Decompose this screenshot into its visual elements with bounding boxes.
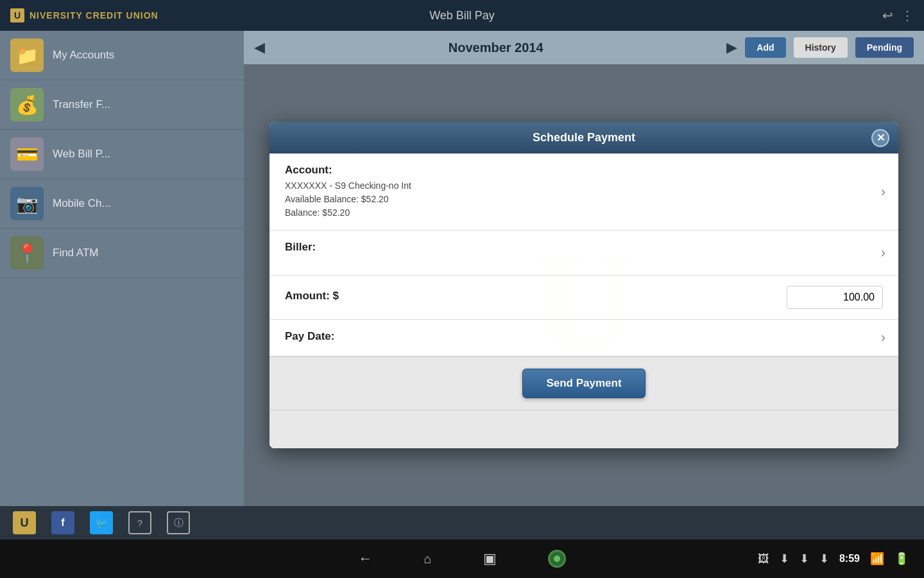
main-area: 📁 My Accounts 💰 Transfer F... 💳 Web Bill… xyxy=(0,31,924,506)
add-button[interactable]: Add xyxy=(745,37,785,58)
accounts-icon: 📁 xyxy=(10,39,44,72)
sidebar-item-bill[interactable]: 💳 Web Bill P... xyxy=(0,130,244,179)
right-panel: ◀ November 2014 ▶ Add History Pending U … xyxy=(244,31,924,506)
system-status-bar: 🖼 ⬇ ⬇ ⬇ 8:59 📶 🔋 xyxy=(758,552,909,566)
mobile-icon: 📷 xyxy=(10,187,44,220)
next-month-button[interactable]: ▶ xyxy=(726,39,737,56)
screenshot-icon: 🖼 xyxy=(758,552,769,566)
schedule-payment-modal: Schedule Payment ✕ U Account: XXXXXXX - … xyxy=(270,122,898,448)
app-title: Web Bill Pay xyxy=(429,9,495,22)
accounts-label: My Accounts xyxy=(53,49,114,62)
bottom-bar: U f 🐦 ? ⓘ xyxy=(0,506,924,539)
amount-row: Amount: $ xyxy=(270,276,898,320)
logo-u: U xyxy=(10,8,24,22)
modal-body: U Account: XXXXXXX - S9 Checking-no Int … xyxy=(270,153,898,448)
send-payment-button[interactable]: Send Payment xyxy=(522,369,645,398)
system-center-indicator xyxy=(554,556,560,562)
biller-chevron-icon: › xyxy=(881,245,886,261)
sidebar: 📁 My Accounts 💰 Transfer F... 💳 Web Bill… xyxy=(0,31,244,506)
atm-label: Find ATM xyxy=(53,247,98,259)
bill-icon: 💳 xyxy=(10,137,44,171)
battery-icon: 🔋 xyxy=(894,552,909,566)
system-time: 8:59 xyxy=(839,553,860,565)
pay-date-chevron-icon: › xyxy=(881,329,886,346)
modal-overlay: Schedule Payment ✕ U Account: XXXXXXX - … xyxy=(244,64,924,506)
history-button[interactable]: History xyxy=(794,37,848,58)
content-area: U Schedule Payment ✕ U xyxy=(244,64,924,506)
app-container: U NIVERSITY CREDIT UNION Web Bill Pay ↩ … xyxy=(0,0,924,578)
top-bar: U NIVERSITY CREDIT UNION Web Bill Pay ↩ … xyxy=(0,0,924,31)
system-back-button[interactable]: ← xyxy=(358,550,372,567)
nav-bar: ◀ November 2014 ▶ Add History Pending xyxy=(244,31,924,64)
system-home-button[interactable]: ⌂ xyxy=(424,552,431,566)
modal-extra-space xyxy=(270,410,898,448)
bottom-facebook-icon[interactable]: f xyxy=(51,511,74,534)
modal-close-button[interactable]: ✕ xyxy=(871,129,889,147)
mobile-label: Mobile Ch... xyxy=(53,197,111,210)
sidebar-item-accounts[interactable]: 📁 My Accounts xyxy=(0,31,244,80)
bottom-twitter-icon[interactable]: 🐦 xyxy=(90,511,113,534)
system-center-button[interactable] xyxy=(548,550,566,568)
bill-label: Web Bill P... xyxy=(53,148,110,161)
bottom-help-icon[interactable]: ? xyxy=(128,511,151,534)
logo-text: NIVERSITY CREDIT UNION xyxy=(30,10,158,21)
system-nav-bar: ← ⌂ ▣ 🖼 ⬇ ⬇ ⬇ 8:59 📶 🔋 xyxy=(0,539,924,578)
bottom-u-icon[interactable]: U xyxy=(13,511,36,534)
bottom-info-icon[interactable]: ⓘ xyxy=(167,511,190,534)
prev-month-button[interactable]: ◀ xyxy=(254,39,265,56)
download-icon-1: ⬇ xyxy=(780,552,789,566)
biller-row[interactable]: Biller: › xyxy=(270,231,898,276)
account-label: Account: xyxy=(285,164,883,177)
pay-date-label: Pay Date: xyxy=(285,330,883,343)
current-month: November 2014 xyxy=(273,40,719,55)
account-name: XXXXXXX - S9 Checking-no Int xyxy=(285,179,883,193)
system-recents-button[interactable]: ▣ xyxy=(483,550,497,567)
account-balance: Balance: $52.20 xyxy=(285,206,883,220)
biller-label: Biller: xyxy=(285,241,883,254)
pending-button[interactable]: Pending xyxy=(855,37,914,58)
transfer-label: Transfer F... xyxy=(53,98,110,111)
more-icon[interactable]: ⋮ xyxy=(901,8,914,23)
amount-label: Amount: $ xyxy=(285,290,339,302)
top-bar-actions: ↩ ⋮ xyxy=(882,8,914,23)
wifi-icon: 📶 xyxy=(870,552,884,566)
atm-icon: 📍 xyxy=(10,236,44,270)
download-icon-3: ⬇ xyxy=(819,552,829,566)
transfer-icon: 💰 xyxy=(10,88,44,121)
modal-header: Schedule Payment ✕ xyxy=(270,122,898,153)
sidebar-item-transfer[interactable]: 💰 Transfer F... xyxy=(0,80,244,130)
amount-input[interactable] xyxy=(787,286,883,309)
modal-title: Schedule Payment xyxy=(533,131,635,144)
sidebar-item-mobile[interactable]: 📷 Mobile Ch... xyxy=(0,179,244,229)
modal-footer: Send Payment xyxy=(270,356,898,410)
sidebar-item-atm[interactable]: 📍 Find ATM xyxy=(0,229,244,278)
account-chevron-icon: › xyxy=(881,184,886,200)
download-icon-2: ⬇ xyxy=(800,552,809,566)
pay-date-row[interactable]: Pay Date: › xyxy=(270,320,898,356)
account-available-balance: Available Balance: $52.20 xyxy=(285,193,883,206)
logo-area: U NIVERSITY CREDIT UNION xyxy=(10,8,158,22)
account-row[interactable]: Account: XXXXXXX - S9 Checking-no Int Av… xyxy=(270,153,898,231)
back-icon[interactable]: ↩ xyxy=(882,8,893,23)
